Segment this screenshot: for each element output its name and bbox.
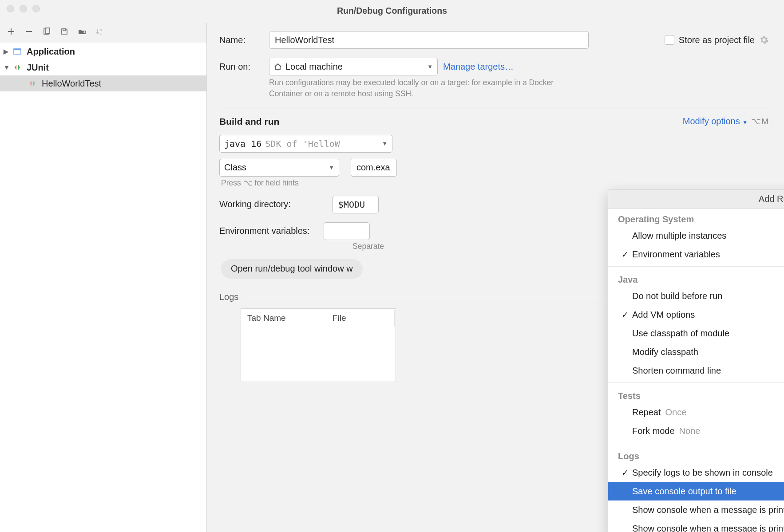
- logs-col-file: File: [327, 310, 395, 327]
- sort-config-icon[interactable]: az: [95, 27, 105, 36]
- sidebar-toolbar: az: [0, 23, 206, 43]
- configurations-sidebar: az ▶ Application ▼ JUnit HelloWorldTest: [0, 23, 207, 532]
- runon-select[interactable]: Local machine ▼: [269, 58, 438, 75]
- chevron-right-icon: ▶: [4, 48, 10, 55]
- logs-col-tabname: Tab Name: [242, 310, 326, 327]
- section-separator: [219, 107, 769, 107]
- jdk-secondary: SDK of 'HelloW: [265, 138, 340, 149]
- popup-item-specify-logs[interactable]: ✓ Specify logs to be shown in console: [608, 463, 784, 482]
- working-directory-label: Working directory:: [219, 199, 291, 209]
- store-as-project-file-label: Store as project file: [679, 35, 755, 45]
- name-label: Name:: [219, 35, 264, 45]
- add-run-options-popup: Add Run Options Operating System Allow m…: [608, 189, 784, 532]
- check-icon: ✓: [618, 310, 632, 320]
- popup-item-environment-variables[interactable]: ✓ Environment variables ⌃⌥E: [608, 245, 784, 264]
- popup-group-logs: Logs: [608, 446, 784, 463]
- class-name-input[interactable]: [351, 159, 397, 177]
- env-vars-input[interactable]: [324, 222, 370, 240]
- store-as-project-file-checkbox[interactable]: [665, 35, 674, 45]
- popup-group-tests: Tests: [608, 386, 784, 403]
- popup-separator: [608, 266, 784, 267]
- manage-targets-link[interactable]: Manage targets…: [443, 62, 514, 72]
- svg-rect-1: [45, 28, 50, 33]
- tree-label: JUnit: [27, 63, 49, 73]
- working-directory-input[interactable]: [333, 196, 379, 213]
- caret-down-icon: ▼: [329, 164, 334, 171]
- runon-hint: Run configurations may be executed local…: [269, 77, 571, 100]
- check-icon: ✓: [618, 468, 632, 478]
- tree-label: HelloWorldTest: [42, 79, 101, 89]
- home-icon: [274, 63, 282, 71]
- popup-separator: [608, 382, 784, 383]
- tree-label: Application: [27, 47, 75, 57]
- popup-item-save-console-output[interactable]: Save console output to file: [608, 482, 784, 500]
- build-and-run-title: Build and run: [219, 116, 279, 127]
- runon-value: Local machine: [285, 62, 343, 72]
- popup-item-do-not-build[interactable]: Do not build before run: [608, 287, 784, 305]
- remove-config-icon[interactable]: [24, 27, 34, 36]
- modify-options-link[interactable]: Modify options ▼: [683, 116, 748, 126]
- copy-config-icon[interactable]: [42, 27, 51, 36]
- runon-label: Run on:: [219, 62, 264, 72]
- check-icon: ✓: [618, 249, 632, 260]
- test-kind-value: Class: [224, 162, 246, 173]
- run-debug-config-window: Run/Debug Configurations az ▶ Applicatio…: [0, 0, 784, 532]
- folder-config-icon[interactable]: [77, 27, 87, 36]
- jdk-value: java 16: [224, 138, 261, 149]
- env-vars-label: Environment variables:: [219, 226, 309, 236]
- config-tree: ▶ Application ▼ JUnit HelloWorldTest: [0, 43, 206, 532]
- popup-item-add-vm-options[interactable]: ✓ Add VM options ⌃⌥V: [608, 305, 784, 324]
- popup-item-show-console-stdout[interactable]: Show console when a message is printed t…: [608, 500, 784, 519]
- popup-item-modify-classpath[interactable]: Modify classpath: [608, 343, 784, 361]
- popup-item-fork-mode[interactable]: Fork mode None ❯: [608, 422, 784, 440]
- name-input[interactable]: [269, 31, 589, 49]
- save-config-icon[interactable]: [59, 27, 69, 36]
- caret-down-icon: ▼: [427, 63, 433, 70]
- popup-item-shorten-cmdline[interactable]: Shorten command line: [608, 361, 784, 380]
- junit-icon: [28, 79, 37, 88]
- window-title: Run/Debug Configurations: [0, 6, 784, 16]
- test-kind-select[interactable]: Class ▼: [219, 159, 339, 177]
- tree-node-application[interactable]: ▶ Application: [0, 43, 206, 59]
- modify-options-shortcut: ⌥M: [751, 116, 769, 126]
- popup-title: Add Run Options: [608, 189, 784, 209]
- tree-node-helloworldtest[interactable]: HelloWorldTest: [0, 75, 206, 91]
- application-icon: [12, 47, 22, 56]
- jdk-select[interactable]: java 16 SDK of 'HelloW ▼: [219, 135, 392, 153]
- popup-item-allow-multiple-instances[interactable]: Allow multiple instances ⌃⌥U: [608, 226, 784, 245]
- gear-icon[interactable]: [759, 35, 769, 45]
- caret-down-icon: ▼: [382, 140, 388, 147]
- tree-node-junit[interactable]: ▼ JUnit: [0, 59, 206, 75]
- popup-group-java: Java: [608, 269, 784, 287]
- logs-section-title: Logs: [219, 292, 238, 302]
- svg-rect-2: [63, 29, 66, 31]
- add-config-icon[interactable]: [6, 27, 16, 36]
- junit-icon: [12, 63, 22, 72]
- chevron-down-icon: ▼: [4, 64, 10, 71]
- popup-item-use-classpath[interactable]: Use classpath of module ⌃⌥O: [608, 324, 784, 343]
- popup-item-repeat[interactable]: Repeat Once ❯: [608, 403, 784, 422]
- popup-group-os: Operating System: [608, 209, 784, 226]
- svg-rect-6: [14, 49, 21, 50]
- popup-separator: [608, 443, 784, 443]
- popup-item-show-console-stderr[interactable]: Show console when a message is printed t…: [608, 519, 784, 532]
- open-tool-window-pill[interactable]: Open run/debug tool window w: [221, 259, 363, 279]
- svg-text:z: z: [100, 32, 102, 35]
- logs-table: Tab Name File: [241, 308, 396, 382]
- pill-label: Open run/debug tool window w: [231, 264, 353, 274]
- field-hint: Press ⌥ for field hints: [221, 178, 769, 188]
- config-form: Name: Store as project file Run on: Loca…: [207, 23, 784, 532]
